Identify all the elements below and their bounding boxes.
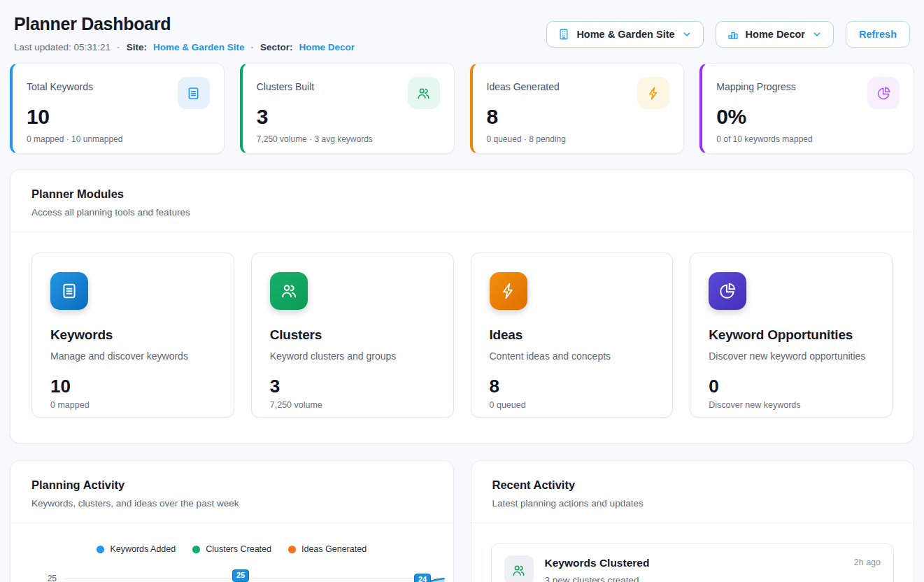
module-value: 10 [50,376,215,397]
header-left: Planner Dashboard Last updated: 05:31:21… [14,14,355,52]
users-icon [504,555,534,582]
module-card-clusters[interactable]: Clusters Keyword clusters and groups 3 7… [251,253,454,418]
module-subtext: Discover new keywords [709,400,874,410]
module-title: Clusters [270,327,435,343]
stat-card-total-keywords: Total Keywords 10 0 mapped · 10 unmapped [10,63,225,154]
planning-activity-header: Planning Activity Keywords, clusters, an… [10,461,453,523]
keywords-added-series [64,564,445,582]
bolt-icon [490,272,527,310]
module-description: Keyword clusters and groups [270,350,435,362]
site-label: Site: [127,42,147,52]
stat-label: Ideas Generated [487,77,560,92]
module-card-keywords[interactable]: Keywords Manage and discover keywords 10… [31,253,234,418]
document-icon [178,77,210,109]
module-subtext: 7,250 volume [270,400,435,410]
planning-activity-chart: 25 25 24 [10,564,453,582]
module-subtext: 0 mapped [50,400,215,410]
stat-subtext: 0 mapped · 10 unmapped [27,134,210,144]
legend-label: Ideas Generated [301,544,367,554]
activity-title: Keywords Clustered [545,555,843,569]
separator-dot: · [250,42,254,52]
legend-dot-icon [192,546,200,553]
module-value: 3 [270,376,435,397]
sector-selector-label: Home Decor [746,29,805,40]
module-card-ideas[interactable]: Ideas Content ideas and concepts 8 0 que… [471,253,674,418]
bar-chart-icon [727,28,739,41]
module-title: Keywords [50,327,215,343]
stat-subtext: 7,250 volume · 3 avg keywords [257,134,440,144]
activity-list-item: Keywords Clustered 3 new clusters create… [491,543,895,582]
section-title: Recent Activity [492,478,893,492]
recent-activity-header: Recent Activity Latest planning actions … [471,461,914,523]
stat-label: Total Keywords [27,77,93,92]
modules-grid: Keywords Manage and discover keywords 10… [10,232,914,443]
building-icon [557,28,570,41]
separator-dot: · [117,42,120,52]
module-description: Content ideas and concepts [490,350,655,362]
page-title: Planner Dashboard [14,14,355,34]
legend-item-clusters-created: Clusters Created [192,544,271,554]
section-subtitle: Latest planning actions and updates [492,498,893,509]
site-selector-dropdown[interactable]: Home & Garden Site [546,21,703,48]
module-subtext: 0 queued [490,400,655,410]
stat-value: 3 [257,105,440,129]
bolt-icon [637,77,669,109]
stat-value: 8 [487,105,670,129]
module-title: Ideas [490,327,655,343]
stat-card-ideas-generated: Ideas Generated 8 0 queued · 8 pending [470,63,685,154]
header-meta: Last updated: 05:31:21 · Site: Home & Ga… [14,42,355,52]
page-header: Planner Dashboard Last updated: 05:31:21… [10,0,914,52]
chevron-down-icon [681,29,692,40]
legend-label: Clusters Created [206,544,271,554]
document-icon [50,272,88,310]
y-axis-tick: 25 [41,574,57,582]
legend-dot-icon [288,546,296,553]
section-subtitle: Access all planning tools and features [31,207,893,218]
section-title: Planner Modules [31,187,893,201]
site-link[interactable]: Home & Garden Site [153,42,245,52]
refresh-button[interactable]: Refresh [846,21,910,48]
pie-chart-icon [867,77,900,109]
stat-value: 10 [27,105,210,129]
users-icon [408,77,440,109]
activity-timestamp: 2h ago [854,555,881,567]
module-title: Keyword Opportunities [709,327,874,343]
module-value: 8 [490,376,655,397]
planning-activity-panel: Planning Activity Keywords, clusters, an… [10,460,454,582]
stat-card-mapping-progress: Mapping Progress 0% 0 of 10 keywords map… [699,63,914,154]
chevron-down-icon [811,29,823,40]
section-title: Planning Activity [31,478,432,492]
stat-subtext: 0 queued · 8 pending [487,134,670,144]
section-subtitle: Keywords, clusters, and ideas over the p… [31,498,432,509]
stat-subtext: 0 of 10 keywords mapped [716,134,900,144]
legend-label: Keywords Added [110,544,176,554]
data-point-label: 24 [414,574,431,582]
planner-modules-panel: Planner Modules Access all planning tool… [10,169,914,443]
data-point-label: 25 [232,569,249,582]
site-selector-label: Home & Garden Site [576,29,674,40]
recent-activity-panel: Recent Activity Latest planning actions … [471,460,915,582]
stat-label: Mapping Progress [716,77,796,92]
module-description: Discover new keyword opportunities [709,350,874,362]
stat-label: Clusters Built [257,77,314,92]
planner-dashboard-page: Planner Dashboard Last updated: 05:31:21… [0,0,924,582]
last-updated-text: Last updated: 05:31:21 [14,42,111,52]
module-description: Manage and discover keywords [50,350,215,362]
activity-description: 3 new clusters created [545,575,843,582]
sector-link[interactable]: Home Decor [299,42,355,52]
bottom-row: Planning Activity Keywords, clusters, an… [10,460,914,582]
users-icon [270,272,308,310]
stat-card-clusters-built: Clusters Built 3 7,250 volume · 3 avg ke… [240,63,455,154]
legend-item-keywords-added: Keywords Added [97,544,176,554]
module-card-keyword-opportunities[interactable]: Keyword Opportunities Discover new keywo… [690,253,893,418]
legend-item-ideas-generated: Ideas Generated [288,544,367,554]
legend-dot-icon [97,546,104,553]
module-value: 0 [709,376,874,397]
stat-value: 0% [716,105,900,129]
header-controls: Home & Garden Site Home Decor Refresh [546,21,910,48]
activity-item-body: Keywords Clustered 3 new clusters create… [545,555,843,582]
planner-modules-header: Planner Modules Access all planning tool… [10,170,914,232]
chart-legend: Keywords Added Clusters Created Ideas Ge… [10,544,453,554]
sector-label: Sector: [260,42,293,52]
sector-selector-dropdown[interactable]: Home Decor [716,21,834,48]
